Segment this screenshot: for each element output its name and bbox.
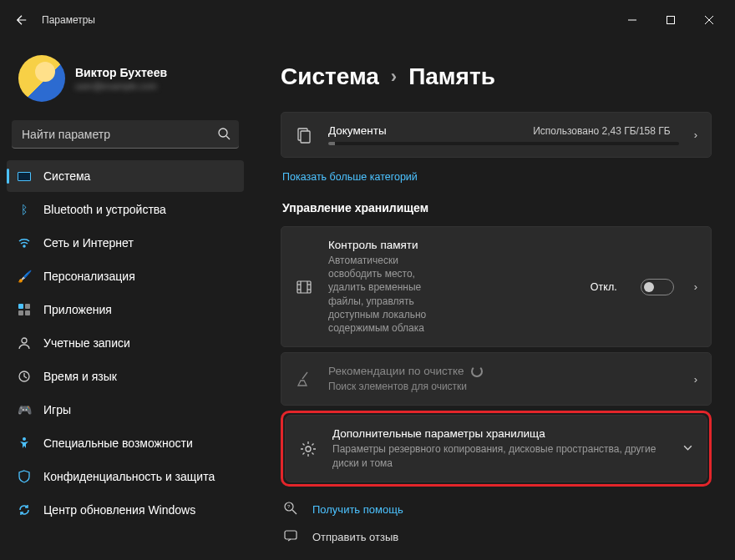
close-button[interactable]	[690, 7, 728, 33]
accessibility-icon	[17, 436, 32, 451]
nav-system[interactable]: Система	[7, 160, 244, 192]
profile[interactable]: Виктор Бухтеев user@example.com	[7, 40, 244, 120]
chevron-right-icon: ›	[694, 373, 697, 386]
main-content: Система › Память Документы Использовано …	[251, 40, 735, 560]
wifi-icon	[17, 235, 32, 250]
svg-rect-1	[667, 17, 675, 24]
svg-rect-26	[285, 531, 297, 539]
nav-accounts[interactable]: Учетные записи	[7, 327, 244, 359]
get-help-link[interactable]: ? Получить помощь	[284, 502, 712, 517]
spinner-icon	[471, 366, 483, 377]
cleanup-desc: Поиск элементов для очистки	[328, 380, 679, 393]
bluetooth-icon: ᛒ	[17, 202, 32, 217]
nav-update[interactable]: Центр обновления Windows	[7, 494, 244, 526]
feedback-icon	[284, 529, 299, 545]
highlight-annotation: Дополнительные параметры хранилища Парам…	[281, 411, 712, 486]
svg-point-13	[23, 437, 26, 441]
svg-rect-10	[25, 310, 30, 315]
documents-icon	[295, 127, 313, 144]
shield-icon	[17, 469, 32, 484]
section-heading: Управление хранилищем	[282, 201, 712, 214]
chevron-right-icon: ›	[391, 66, 397, 88]
svg-point-11	[22, 338, 27, 343]
search-input[interactable]	[12, 120, 239, 149]
chevron-right-icon: ›	[694, 129, 697, 141]
svg-line-5	[226, 136, 230, 139]
sense-title: Контроль памяти	[328, 239, 444, 251]
svg-rect-8	[25, 304, 30, 309]
avatar	[18, 55, 65, 102]
docs-usage: Использовано 2,43 ГБ/158 ГБ	[533, 125, 671, 137]
update-icon	[17, 502, 32, 517]
nav-time[interactable]: Время и язык	[7, 361, 244, 392]
nav-privacy[interactable]: Конфиденциальность и защита	[7, 461, 244, 492]
docs-progress	[328, 142, 679, 145]
search-box	[12, 120, 239, 149]
nav-accessibility[interactable]: Специальные возможности	[7, 427, 244, 459]
svg-rect-15	[301, 131, 310, 143]
nav-apps[interactable]: Приложения	[7, 294, 244, 325]
advanced-title: Дополнительные параметры хранилища	[332, 427, 667, 440]
nav-bluetooth[interactable]: ᛒBluetooth и устройства	[7, 194, 244, 225]
titlebar: Параметры	[0, 0, 735, 40]
cleanup-card[interactable]: Рекомендации по очистке Поиск элементов …	[281, 352, 712, 406]
svg-rect-9	[18, 310, 23, 315]
profile-email: user@example.com	[75, 81, 167, 91]
maximize-button[interactable]	[651, 7, 690, 33]
gear-icon	[299, 441, 317, 457]
sense-toggle[interactable]	[641, 279, 674, 295]
help-icon: ?	[284, 502, 299, 517]
svg-point-6	[23, 245, 25, 247]
apps-icon	[17, 302, 32, 317]
svg-point-23	[306, 446, 311, 452]
svg-rect-16	[297, 281, 311, 293]
chevron-right-icon: ›	[694, 280, 697, 293]
sidebar: Виктор Бухтеев user@example.com Система …	[0, 40, 251, 560]
nav-network[interactable]: Сеть и Интернет	[7, 227, 244, 259]
svg-rect-7	[18, 304, 23, 309]
film-icon	[295, 279, 313, 295]
clock-icon	[17, 369, 32, 384]
sense-desc: Автоматически освободить место, удалить …	[328, 254, 444, 335]
profile-name: Виктор Бухтеев	[75, 66, 167, 79]
advanced-desc: Параметры резервного копирования, дисков…	[332, 442, 667, 469]
docs-title: Документы	[328, 124, 387, 137]
app-title: Параметры	[42, 14, 95, 26]
breadcrumb-parent[interactable]: Система	[281, 63, 379, 90]
svg-text:?: ?	[287, 504, 291, 509]
chevron-down-icon	[682, 441, 693, 457]
advanced-storage-card[interactable]: Дополнительные параметры хранилища Парам…	[285, 415, 707, 482]
person-icon	[17, 335, 32, 351]
window-controls	[613, 7, 728, 33]
documents-card[interactable]: Документы Использовано 2,43 ГБ/158 ГБ ›	[281, 112, 712, 158]
nav-personalization[interactable]: 🖌️Персонализация	[7, 260, 244, 292]
system-icon	[17, 169, 32, 184]
breadcrumb: Система › Память	[281, 63, 712, 90]
storage-sense-card[interactable]: Контроль памяти Автоматически освободить…	[281, 226, 712, 347]
nav-gaming[interactable]: 🎮Игры	[7, 394, 244, 426]
breadcrumb-current: Память	[408, 63, 495, 90]
footer-links: ? Получить помощь Отправить отзыв	[281, 502, 712, 545]
show-more-link[interactable]: Показать больше категорий	[282, 171, 418, 183]
back-button[interactable]	[7, 5, 37, 35]
brush-icon: 🖌️	[17, 269, 32, 284]
search-icon	[217, 127, 231, 144]
nav: Система ᛒBluetooth и устройства Сеть и И…	[7, 160, 244, 526]
sense-state: Откл.	[591, 281, 617, 293]
cleanup-title: Рекомендации по очистке	[328, 365, 679, 377]
svg-point-4	[219, 129, 227, 137]
feedback-link[interactable]: Отправить отзыв	[284, 529, 712, 545]
gamepad-icon: 🎮	[17, 402, 32, 417]
minimize-button[interactable]	[613, 7, 651, 33]
broom-icon	[295, 371, 313, 387]
